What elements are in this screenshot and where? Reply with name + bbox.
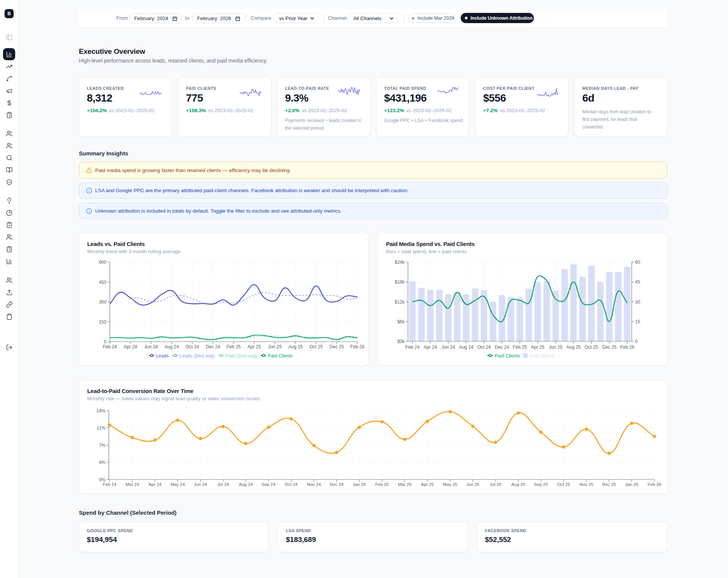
svg-text:Jul 25: Jul 25 bbox=[490, 482, 502, 487]
svg-text:Nov 25: Nov 25 bbox=[579, 482, 593, 487]
svg-text:Feb 24: Feb 24 bbox=[103, 344, 117, 349]
svg-text:Nov 24: Nov 24 bbox=[307, 482, 321, 487]
svg-text:Feb 24: Feb 24 bbox=[103, 482, 116, 487]
svg-text:Feb 26: Feb 26 bbox=[620, 345, 635, 350]
svg-text:May 25: May 25 bbox=[443, 482, 457, 487]
svg-text:Feb 24: Feb 24 bbox=[405, 345, 420, 350]
svg-text:Jun 25: Jun 25 bbox=[466, 482, 480, 487]
svg-text:Oct 24: Oct 24 bbox=[285, 482, 298, 487]
svg-text:Apr 25: Apr 25 bbox=[421, 482, 434, 487]
svg-text:Mar 25: Mar 25 bbox=[398, 482, 412, 487]
svg-text:Dec 25: Dec 25 bbox=[602, 482, 616, 487]
svg-text:Aug 24: Aug 24 bbox=[239, 482, 253, 487]
svg-text:Feb 25: Feb 25 bbox=[226, 344, 241, 349]
svg-text:450: 450 bbox=[99, 280, 107, 285]
svg-text:Apr 25: Apr 25 bbox=[248, 344, 261, 349]
svg-text:Feb 26: Feb 26 bbox=[648, 482, 661, 487]
svg-text:Apr 25: Apr 25 bbox=[531, 345, 545, 350]
svg-text:Leads: Leads bbox=[156, 353, 169, 359]
svg-text:Dec 25: Dec 25 bbox=[602, 345, 617, 350]
svg-text:$24k: $24k bbox=[395, 260, 405, 265]
svg-text:11%: 11% bbox=[97, 425, 105, 431]
svg-text:Sep 24: Sep 24 bbox=[262, 482, 276, 487]
svg-text:Paid Clients: Paid Clients bbox=[268, 353, 293, 359]
svg-text:$12k: $12k bbox=[395, 299, 405, 305]
svg-text:Mar 24: Mar 24 bbox=[126, 482, 139, 487]
svg-text:May 24: May 24 bbox=[171, 482, 185, 487]
svg-text:Sep 25: Sep 25 bbox=[534, 482, 548, 487]
svg-text:45: 45 bbox=[635, 279, 640, 285]
svg-text:Aug 25: Aug 25 bbox=[566, 345, 581, 350]
svg-text:Paid (3mo avg): Paid (3mo avg) bbox=[226, 353, 257, 359]
svg-text:Dec 24: Dec 24 bbox=[330, 482, 344, 487]
svg-text:Jun 25: Jun 25 bbox=[268, 344, 282, 349]
svg-text:60: 60 bbox=[635, 260, 640, 265]
svg-text:0: 0 bbox=[635, 339, 638, 344]
svg-text:Jun 24: Jun 24 bbox=[194, 482, 207, 487]
svg-text:Dec 24: Dec 24 bbox=[206, 344, 220, 349]
svg-text:Jan 26: Jan 26 bbox=[625, 482, 639, 487]
svg-text:Feb 26: Feb 26 bbox=[350, 344, 365, 349]
svg-text:Oct 25: Oct 25 bbox=[585, 345, 598, 350]
svg-text:Feb 25: Feb 25 bbox=[513, 345, 527, 350]
svg-text:30: 30 bbox=[635, 299, 640, 305]
svg-text:Oct 24: Oct 24 bbox=[186, 344, 199, 349]
svg-text:600: 600 bbox=[99, 260, 107, 265]
svg-text:Oct 25: Oct 25 bbox=[557, 482, 570, 487]
svg-text:Aug 25: Aug 25 bbox=[288, 344, 303, 349]
svg-text:150: 150 bbox=[99, 320, 107, 325]
svg-text:Apr 24: Apr 24 bbox=[424, 345, 437, 350]
svg-text:Paid Clients: Paid Clients bbox=[495, 353, 520, 359]
svg-text:$6k: $6k bbox=[397, 319, 405, 324]
svg-text:Dec 24: Dec 24 bbox=[495, 345, 509, 350]
svg-text:Jun 24: Jun 24 bbox=[144, 344, 158, 349]
svg-text:Jun 25: Jun 25 bbox=[549, 345, 562, 350]
svg-text:Aug 24: Aug 24 bbox=[165, 344, 179, 349]
svg-text:Leads (3mo avg): Leads (3mo avg) bbox=[180, 353, 215, 359]
svg-text:4%: 4% bbox=[99, 460, 106, 465]
svg-text:Aug 24: Aug 24 bbox=[459, 345, 473, 350]
svg-text:15: 15 bbox=[635, 319, 640, 324]
svg-text:Apr 24: Apr 24 bbox=[149, 482, 162, 487]
svg-text:$0k: $0k bbox=[397, 339, 405, 344]
svg-text:Apr 24: Apr 24 bbox=[124, 344, 137, 349]
svg-text:0%: 0% bbox=[99, 477, 106, 482]
svg-text:Dec 25: Dec 25 bbox=[329, 344, 344, 349]
svg-text:$18k: $18k bbox=[395, 279, 405, 285]
svg-text:Oct 24: Oct 24 bbox=[477, 345, 491, 350]
svg-text:Jan 25: Jan 25 bbox=[353, 482, 366, 487]
svg-text:7%: 7% bbox=[99, 443, 106, 448]
svg-text:Jun 24: Jun 24 bbox=[441, 345, 455, 350]
svg-text:Aug 25: Aug 25 bbox=[511, 482, 525, 487]
svg-text:Paid Spend: Paid Spend bbox=[530, 353, 555, 359]
svg-text:300: 300 bbox=[99, 299, 107, 305]
svg-text:Oct 25: Oct 25 bbox=[309, 344, 323, 349]
svg-text:Feb 25: Feb 25 bbox=[375, 482, 389, 487]
svg-text:14%: 14% bbox=[96, 408, 105, 414]
svg-text:Jul 24: Jul 24 bbox=[217, 482, 229, 487]
